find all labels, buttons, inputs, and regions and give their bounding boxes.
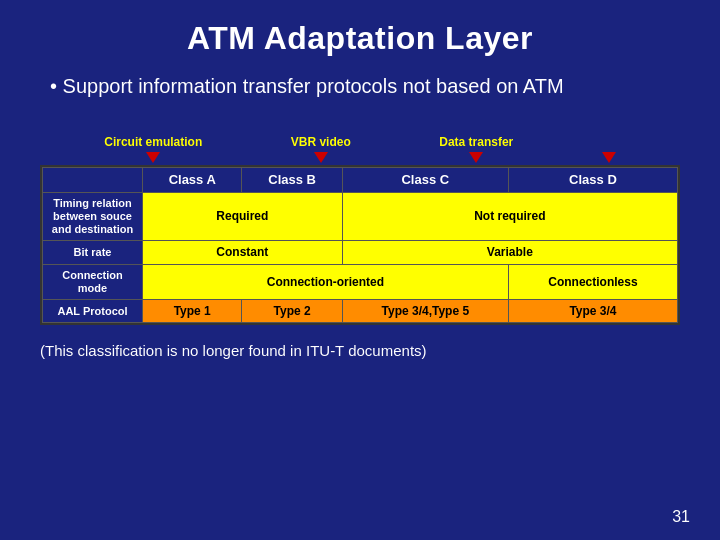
aal-table: Class A Class B Class C Class D Timing r… bbox=[40, 165, 680, 325]
labels-area: Circuit emulation VBR video Data transfe… bbox=[40, 113, 680, 163]
label-circuit: Circuit emulation bbox=[104, 135, 202, 163]
circuit-arrow bbox=[146, 152, 160, 163]
timing-required: Required bbox=[143, 192, 343, 241]
aal-type35: Type 3/4,Type 5 bbox=[342, 299, 508, 322]
table-header-row: Class A Class B Class C Class D bbox=[43, 168, 678, 193]
connmode-less: Connectionless bbox=[508, 264, 677, 299]
header-class-c: Class C bbox=[342, 168, 508, 193]
table-row: Bit rate Constant Variable bbox=[43, 241, 678, 264]
connmode-label: Connection mode bbox=[43, 264, 143, 299]
data-label-text: Data transfer bbox=[439, 135, 513, 149]
table-row: AAL Protocol Type 1 Type 2 Type 3/4,Type… bbox=[43, 299, 678, 322]
aal-type1: Type 1 bbox=[143, 299, 242, 322]
label-data: Data transfer bbox=[439, 135, 513, 163]
label-vbr: VBR video bbox=[291, 135, 351, 163]
data-arrow1 bbox=[469, 152, 483, 163]
table-row: Timing relation between souce and destin… bbox=[43, 192, 678, 241]
class-table: Class A Class B Class C Class D Timing r… bbox=[42, 167, 678, 323]
data-arrow2 bbox=[602, 152, 616, 163]
aal-label: AAL Protocol bbox=[43, 299, 143, 322]
page-number: 31 bbox=[672, 508, 690, 526]
timing-label: Timing relation between souce and destin… bbox=[43, 192, 143, 241]
table-row: Connection mode Connection-oriented Conn… bbox=[43, 264, 678, 299]
slide: ATM Adaptation Layer Support information… bbox=[0, 0, 720, 540]
aal-type34: Type 3/4 bbox=[508, 299, 677, 322]
footnote: (This classification is no longer found … bbox=[40, 341, 680, 361]
bitrate-constant: Constant bbox=[143, 241, 343, 264]
aal-type2: Type 2 bbox=[242, 299, 342, 322]
header-class-d: Class D bbox=[508, 168, 677, 193]
data-label-text2 bbox=[607, 135, 610, 149]
bitrate-label: Bit rate bbox=[43, 241, 143, 264]
label-data2 bbox=[602, 135, 616, 163]
vbr-label-text: VBR video bbox=[291, 135, 351, 149]
bitrate-variable: Variable bbox=[342, 241, 677, 264]
timing-not-required: Not required bbox=[342, 192, 677, 241]
slide-title: ATM Adaptation Layer bbox=[40, 20, 680, 57]
header-class-a: Class A bbox=[143, 168, 242, 193]
bullet-point: Support information transfer protocols n… bbox=[40, 73, 680, 99]
circuit-label-text: Circuit emulation bbox=[104, 135, 202, 149]
connmode-oriented: Connection-oriented bbox=[143, 264, 509, 299]
header-class-b: Class B bbox=[242, 168, 342, 193]
vbr-arrow bbox=[314, 152, 328, 163]
header-empty bbox=[43, 168, 143, 193]
